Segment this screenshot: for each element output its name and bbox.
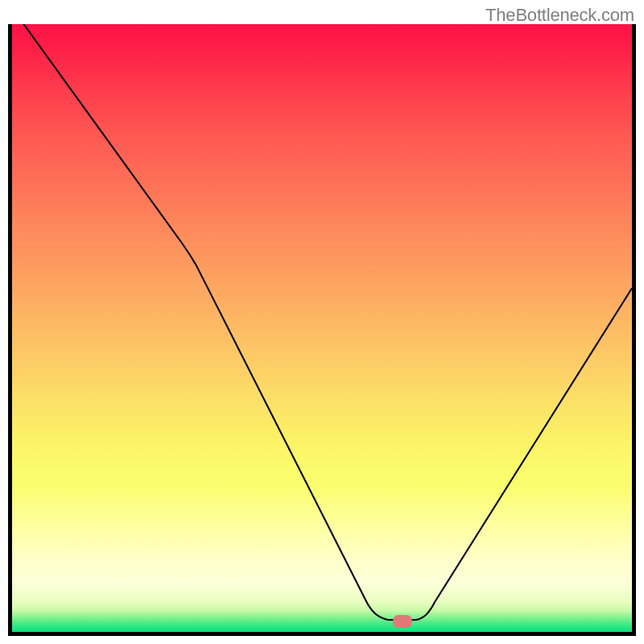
bottleneck-curve bbox=[12, 24, 632, 632]
attribution-label: TheBottleneck.com bbox=[485, 5, 634, 26]
chart-container: TheBottleneck.com bbox=[0, 0, 644, 644]
optimal-point-marker bbox=[393, 615, 412, 628]
plot-area bbox=[8, 24, 636, 636]
